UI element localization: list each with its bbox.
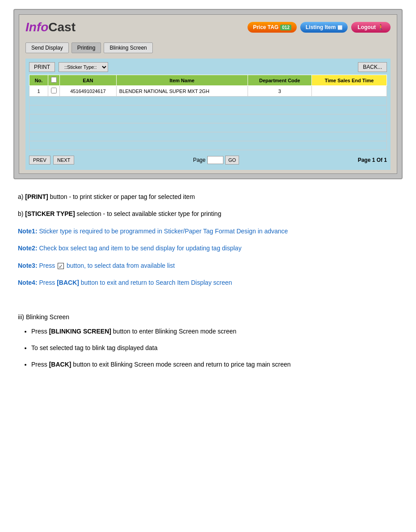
- checkbox-icon: [58, 263, 64, 269]
- empty-row: [29, 97, 387, 106]
- note4: Note4: Press [BACK] button to exit and r…: [18, 278, 398, 287]
- empty-row: [29, 114, 387, 123]
- listing-icon: ▦: [337, 24, 342, 30]
- col-dept-code: Department Code: [248, 75, 311, 86]
- toolbar: Send Display Printing Blinking Screen: [23, 41, 393, 55]
- list-item: Press [BACK] button to exit Blinking Scr…: [31, 360, 398, 369]
- sticker-type-select[interactable]: ::Sticker Type::: [59, 62, 108, 72]
- note-a-label: a): [18, 193, 23, 200]
- print-bar: PRINT ::Sticker Type:: BACK...: [29, 62, 387, 72]
- cell-ean: 4516491024617: [60, 86, 117, 97]
- content-area: PRINT ::Sticker Type:: BACK... No. EAN: [25, 59, 391, 170]
- note-b-label: b): [18, 210, 23, 217]
- blinking-screen-button[interactable]: Blinking Screen: [104, 42, 152, 53]
- header-bar: Info Cast Price TAG 012 Listing Item ▦ L…: [23, 18, 393, 36]
- note4-text: button to exit and return to Search Item…: [81, 279, 232, 286]
- app-window: Info Cast Price TAG 012 Listing Item ▦ L…: [19, 14, 397, 174]
- note3-prefix: Press: [39, 262, 55, 269]
- row-checkbox[interactable]: [51, 88, 57, 93]
- col-checkbox: [48, 75, 60, 86]
- note2-text: Check box select tag and item to be send…: [39, 245, 241, 252]
- printing-button[interactable]: Printing: [71, 42, 101, 53]
- note-b-bold: [STICKER TYPE]: [25, 210, 75, 217]
- cell-dept-code: 3: [248, 86, 311, 97]
- note3-text: button, to select data from available li…: [67, 262, 175, 269]
- go-button[interactable]: GO: [225, 156, 239, 165]
- note1: Note1: Sticker type is required to be pr…: [18, 226, 398, 236]
- note-b: b) [STICKER TYPE] selection - to select …: [18, 209, 398, 219]
- bullet2-text: To set selected tag to blink tag display…: [31, 344, 158, 351]
- note4-label: Note4:: [18, 279, 38, 286]
- bullet1-prefix: Press: [31, 328, 49, 335]
- bullet1-bold: [BLINKING SCREEN]: [49, 328, 111, 335]
- pagination-left: PREV NEXT: [29, 156, 74, 165]
- bullet1-text: button to enter Blinking Screen mode scr…: [113, 328, 236, 335]
- col-item-name: Item Name: [116, 75, 248, 86]
- send-display-button[interactable]: Send Display: [25, 42, 69, 53]
- empty-row: [29, 123, 387, 132]
- empty-row: [29, 106, 387, 114]
- note-a: a) [PRINT] button - to print sticker or …: [18, 192, 398, 202]
- page-label: Page: [193, 157, 206, 163]
- logo-cast: Cast: [48, 20, 76, 34]
- back-button[interactable]: BACK...: [358, 62, 387, 72]
- section-iii-label: iii) Blinking Screen: [18, 313, 69, 321]
- list-item: Press [BLINKING SCREEN] button to enter …: [31, 327, 398, 336]
- section-iii-heading: iii) Blinking Screen: [18, 313, 398, 321]
- logout-icon: 🚶: [378, 24, 384, 30]
- page-info: Page 1 Of 1: [358, 157, 387, 163]
- print-button[interactable]: PRINT: [29, 62, 55, 72]
- table-row: 1 4516491024617 BLENDER NATIONAL SUPER M…: [29, 86, 387, 97]
- note3: Note3: Press button, to select data from…: [18, 261, 398, 270]
- price-tag-badge: 012: [280, 25, 291, 30]
- logo-container: Info Cast: [25, 20, 76, 34]
- note1-text: Sticker type is required to be programme…: [39, 228, 288, 235]
- note3-label: Note3:: [18, 262, 38, 269]
- logout-button[interactable]: Logout 🚶: [351, 22, 391, 33]
- empty-row: [29, 132, 387, 141]
- notes-section: a) [PRINT] button - to print sticker or …: [13, 192, 403, 369]
- pagination: PREV NEXT Page GO Page 1 Of 1: [29, 154, 387, 166]
- next-button[interactable]: NEXT: [53, 156, 74, 165]
- screenshot-container: Info Cast Price TAG 012 Listing Item ▦ L…: [13, 9, 403, 179]
- cell-checkbox[interactable]: [48, 86, 60, 97]
- note-a-text: button - to print sticker or paper tag f…: [50, 193, 195, 200]
- bullet3-bold: [BACK]: [49, 361, 71, 368]
- page-input-area: Page GO: [193, 156, 239, 165]
- data-table: No. EAN Item Name Department Code Time S…: [29, 75, 387, 150]
- bullet3-prefix: Press: [31, 361, 49, 368]
- empty-row: [29, 141, 387, 150]
- logo-info: Info: [25, 20, 48, 34]
- note2: Note2: Check box select tag and item to …: [18, 243, 398, 253]
- col-no: No.: [29, 75, 48, 86]
- note4-bold: [BACK]: [57, 279, 79, 286]
- note1-label: Note1:: [18, 228, 38, 235]
- note-b-text: selection - to select available sticker …: [76, 210, 221, 217]
- print-bar-left: PRINT ::Sticker Type::: [29, 62, 108, 72]
- cell-time-sales: [312, 86, 387, 97]
- note4-prefix: Press: [39, 279, 55, 286]
- cell-item-name: BLENDER NATIONAL SUPER MXT 2GH: [116, 86, 248, 97]
- note-a-bold: [PRINT]: [25, 193, 48, 200]
- page-input[interactable]: [207, 156, 223, 164]
- bullet3-text: button to exit Blinking Screen mode scre…: [73, 361, 290, 368]
- header-buttons: Price TAG 012 Listing Item ▦ Logout 🚶: [248, 22, 391, 33]
- prev-button[interactable]: PREV: [29, 156, 50, 165]
- bullet-list: Press [BLINKING SCREEN] button to enter …: [18, 327, 398, 369]
- listing-item-button[interactable]: Listing Item ▦: [300, 22, 348, 33]
- list-item: To set selected tag to blink tag display…: [31, 343, 398, 353]
- cell-no: 1: [29, 86, 48, 97]
- col-ean: EAN: [60, 75, 117, 86]
- note2-label: Note2:: [18, 245, 38, 252]
- price-tag-button[interactable]: Price TAG 012: [248, 22, 297, 33]
- col-time-sales: Time Sales End Time: [312, 75, 387, 86]
- select-all-checkbox[interactable]: [51, 77, 57, 83]
